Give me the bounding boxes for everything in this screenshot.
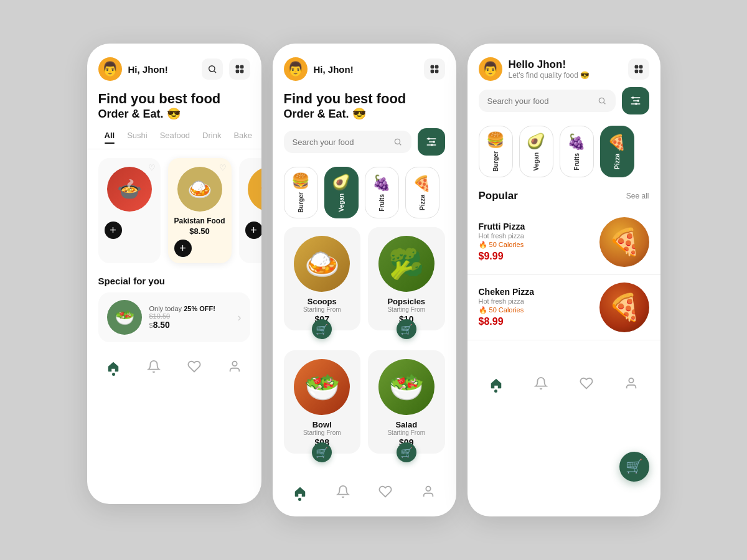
cat-tab-bake[interactable]: Bake <box>227 128 258 142</box>
burger-emoji-3: 🍔 <box>486 131 505 149</box>
cat-pill-fruits-3[interactable]: 🍇 Fruits <box>560 126 594 177</box>
cat-pill-burger[interactable]: 🍔 Burger <box>284 167 318 218</box>
food-card-2: ♡ 🍛 Pakistan Food $8.50 + <box>168 158 232 263</box>
popular-img-1: 🍕 <box>599 217 649 267</box>
heart-nav-3[interactable] <box>576 373 597 394</box>
greeting-text-3: Hello Jhon! <box>509 58 628 71</box>
fab-cart-3[interactable]: 🛒 <box>619 452 649 482</box>
food-grid-sub-1: Starting From <box>303 306 341 313</box>
heart-nav-1[interactable] <box>184 356 205 377</box>
heart-nav-2[interactable] <box>375 481 396 502</box>
cat-pill-burger-3[interactable]: 🍔 Burger <box>479 126 513 177</box>
phone-screen-3: 👨 Hello Jhon! Let's find quality food 😎 <box>467 44 660 516</box>
add-btn-3[interactable]: + <box>245 222 261 239</box>
cart-btn-1[interactable]: 🛒 <box>312 319 332 339</box>
cart-btn-4[interactable]: 🛒 <box>397 442 416 462</box>
special-arrow[interactable]: › <box>238 311 242 324</box>
special-tag-1: Only today 25% OFF! <box>149 305 230 312</box>
search-box-2 <box>284 131 411 153</box>
bell-nav-3[interactable] <box>530 373 552 394</box>
svg-point-24 <box>599 98 604 103</box>
search-row-2 <box>273 128 456 164</box>
cart-btn-3[interactable]: 🛒 <box>312 442 332 462</box>
cart-btn-2[interactable]: 🛒 <box>397 319 416 339</box>
svg-rect-23 <box>639 70 642 73</box>
pizza-label-2: Pizza <box>419 195 426 210</box>
food-grid-2: 🍛 Scoops Starting From $07 🛒 🥦 Popsicles… <box>273 227 456 339</box>
svg-rect-4 <box>235 70 239 73</box>
person-nav-3[interactable] <box>621 373 642 394</box>
food-img-2: 🍛 <box>177 167 222 212</box>
special-section-title: Special for you <box>87 272 261 292</box>
home-nav-2[interactable] <box>289 481 311 502</box>
phone-screen-1: 👨 Hi, Jhon! Find you best food Order & E… <box>87 44 261 504</box>
svg-line-12 <box>400 144 402 146</box>
special-info-1: Only today 25% OFF! $10.50 $8.50 <box>149 305 230 330</box>
vegan-emoji: 🥑 <box>332 174 350 191</box>
cat-tab-seafood[interactable]: Seafood <box>154 128 196 142</box>
svg-line-25 <box>604 103 606 105</box>
grid-icon-btn-1[interactable] <box>229 58 250 80</box>
filter-btn-3[interactable] <box>622 87 649 114</box>
hero-title-1: Find you best food <box>98 91 250 107</box>
food-card-1: ♡ 🍲 + <box>98 158 161 263</box>
food-grid-sub-4: Starting From <box>387 429 425 436</box>
bell-nav-1[interactable] <box>143 356 164 377</box>
svg-rect-22 <box>634 70 638 73</box>
bottom-nav-1 <box>87 348 261 388</box>
cat-pill-pizza[interactable]: 🍕 Pizza <box>405 167 439 218</box>
home-nav-1[interactable] <box>103 356 124 377</box>
food-grid-card-3: 🥗 Bowl Starting From $08 🛒 <box>284 350 361 454</box>
cat-tab-sushi[interactable]: Sushi <box>121 128 154 142</box>
popular-price-1: $9.99 <box>479 251 592 262</box>
popular-desc-1: Hot fresh pizza <box>479 232 592 240</box>
svg-line-1 <box>214 71 216 73</box>
person-nav-1[interactable] <box>224 356 245 377</box>
svg-point-32 <box>629 378 634 383</box>
fruits-emoji-3: 🍇 <box>567 133 586 151</box>
food-grid-name-3: Bowl <box>312 420 332 429</box>
avatar-1: 👨 <box>98 57 122 81</box>
search-box-3 <box>479 90 616 112</box>
avatar-emoji-1: 👨 <box>101 61 118 77</box>
fruits-label: Fruits <box>378 194 385 212</box>
cat-pill-vegan[interactable]: 🥑 Vegan <box>324 167 359 218</box>
search-icon-btn-1[interactable] <box>202 58 223 80</box>
heart-icon-1[interactable]: ♡ <box>148 163 156 172</box>
header-2: 👨 Hi, Jhon! <box>273 44 456 87</box>
cat-pill-vegan-3[interactable]: 🥑 Vegan <box>519 126 553 177</box>
search-input-3[interactable] <box>487 96 593 106</box>
grid-icon-btn-3[interactable] <box>628 58 649 80</box>
bottom-nav-2 <box>273 474 456 513</box>
cat-tab-all[interactable]: All <box>98 128 121 142</box>
cat-tab-drink[interactable]: Drink <box>196 128 227 142</box>
cat-pill-pizza-3[interactable]: 🍕 Pizza <box>600 126 634 177</box>
greeting-text-1: Hi, Jhon! <box>128 64 202 75</box>
person-nav-2[interactable] <box>418 481 439 502</box>
popular-card-2: Cheken Pizza Hot fresh pizza 🔥 50 Calori… <box>467 275 660 340</box>
food-grid-card-2: 🥦 Popsicles Starting From $10 🛒 <box>368 227 445 330</box>
grid-icon-btn-2[interactable] <box>424 58 445 80</box>
add-btn-1[interactable]: + <box>105 222 122 239</box>
filter-btn-2[interactable] <box>418 128 445 156</box>
see-all-btn[interactable]: See all <box>626 192 649 200</box>
home-nav-3[interactable] <box>486 373 507 394</box>
heart-icon-2[interactable]: ♡ <box>219 163 227 172</box>
svg-rect-2 <box>235 65 239 69</box>
search-input-2[interactable] <box>293 138 389 147</box>
categories-nav-1: All Sushi Seafood Drink Bake <box>87 128 261 149</box>
svg-rect-20 <box>634 65 638 69</box>
add-btn-2[interactable]: + <box>174 240 192 257</box>
food-grid-img-2: 🥦 <box>378 236 435 292</box>
fruits-emoji: 🍇 <box>372 174 391 192</box>
greeting-text-2: Hi, Jhon! <box>314 64 424 75</box>
cat-pill-fruits[interactable]: 🍇 Fruits <box>365 167 399 218</box>
food-grid-2b: 🥗 Bowl Starting From $08 🛒 🥗 Salad Start… <box>273 350 456 462</box>
pizza-label-3: Pizza <box>614 154 621 169</box>
greeting-sub-3: Let's find quality food 😎 <box>509 71 628 80</box>
svg-rect-7 <box>430 65 434 69</box>
bell-nav-2[interactable] <box>332 481 354 502</box>
burger-label-3: Burger <box>492 151 499 172</box>
special-img-1: 🥗 <box>107 300 142 335</box>
svg-rect-21 <box>639 65 642 69</box>
